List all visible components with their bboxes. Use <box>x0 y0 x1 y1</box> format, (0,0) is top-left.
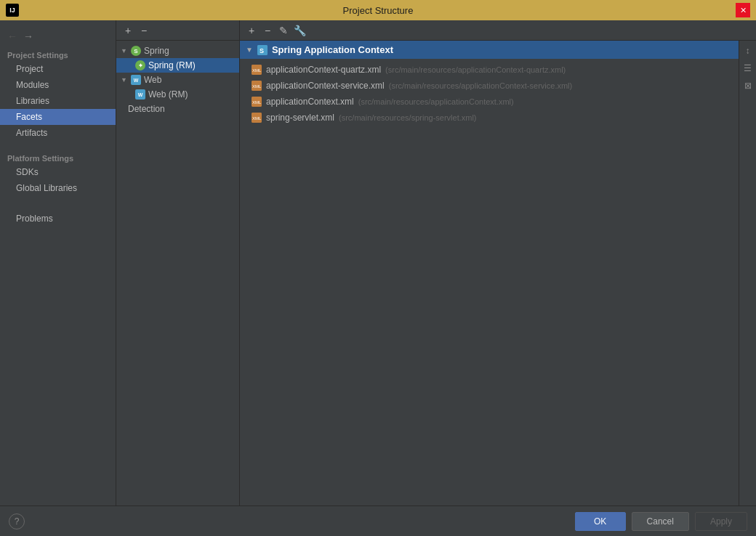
context-spring-icon: S <box>257 45 268 55</box>
bottom-bar: ? OK Cancel Apply <box>0 505 756 536</box>
filter-action-button[interactable]: ⊠ <box>741 78 755 93</box>
right-panel-inner: ▼ S Spring Application Context <box>240 41 756 505</box>
xml-file-icon-3: XML <box>252 113 262 123</box>
filter-icon: ⊠ <box>744 81 752 91</box>
facets-tree: ▼ S Spring ✦ Spring (RM) ▼ W Web W Web (… <box>116 41 239 505</box>
file-name-0: applicationContext-quartz.xml <box>266 65 381 75</box>
spring-expand-arrow: ▼ <box>121 47 128 54</box>
spring-rm-icon: ✦ <box>135 60 145 70</box>
context-expand-arrow: ▼ <box>246 46 253 54</box>
detection-item[interactable]: Detection <box>116 102 239 116</box>
file-item-1[interactable]: XML applicationContext-service.xml (src/… <box>240 78 739 94</box>
detection-label: Detection <box>128 104 165 114</box>
tree-item-spring-rm[interactable]: ✦ Spring (RM) <box>116 58 239 73</box>
file-item-0[interactable]: XML applicationContext-quartz.xml (src/m… <box>240 62 739 78</box>
add-context-button[interactable]: + <box>244 23 259 38</box>
sort-icon: ↕ <box>746 46 750 56</box>
content-area: ← → Project Settings Project Modules Lib… <box>0 20 756 505</box>
bottom-left: ? <box>9 513 25 529</box>
file-path-1: (src/main/resources/applicationContext-s… <box>389 81 572 90</box>
context-header: ▼ S Spring Application Context <box>240 41 739 59</box>
spring-group-icon: S <box>131 46 141 56</box>
tree-group-web[interactable]: ▼ W Web <box>116 73 239 87</box>
xml-file-icon-2: XML <box>252 97 262 107</box>
svg-text:XML: XML <box>252 116 262 121</box>
main-container: ← → Project Settings Project Modules Lib… <box>0 20 756 536</box>
svg-text:XML: XML <box>252 100 262 105</box>
sidebar-item-global-libraries[interactable]: Global Libraries <box>0 180 116 196</box>
minus-icon: − <box>141 25 147 36</box>
file-name-1: applicationContext-service.xml <box>266 81 385 91</box>
web-group-label: Web <box>144 75 161 85</box>
help-button[interactable]: ? <box>9 513 25 529</box>
remove-context-button[interactable]: − <box>260 23 275 38</box>
spring-group-label: Spring <box>144 46 169 56</box>
cancel-button[interactable]: Cancel <box>632 512 689 531</box>
nav-forward-button[interactable]: → <box>22 29 35 44</box>
file-name-2: applicationContext.xml <box>266 97 354 107</box>
options-action-button[interactable]: ☰ <box>741 61 755 76</box>
file-item-3[interactable]: XML spring-servlet.xml (src/main/resourc… <box>240 110 739 126</box>
edit-icon: ✎ <box>279 25 288 36</box>
right-toolbar-left: + − ✎ 🔧 <box>244 23 307 38</box>
close-button[interactable]: ✕ <box>736 3 750 17</box>
file-path-2: (src/main/resources/applicationContext.x… <box>358 97 514 106</box>
xml-file-icon-0: XML <box>252 65 262 75</box>
file-item-2[interactable]: XML applicationContext.xml (src/main/res… <box>240 94 739 110</box>
context-files: XML applicationContext-quartz.xml (src/m… <box>240 59 739 129</box>
sidebar-item-problems[interactable]: Problems <box>0 211 116 227</box>
spring-rm-label: Spring (RM) <box>148 60 196 70</box>
right-actions: ↕ ☰ ⊠ <box>739 41 756 505</box>
web-rm-icon: W <box>135 89 145 100</box>
remove-facet-button[interactable]: − <box>137 23 151 38</box>
nav-arrows: ← → <box>0 26 116 46</box>
right-content: ▼ S Spring Application Context <box>240 41 739 505</box>
tree-item-web-rm[interactable]: W Web (RM) <box>116 87 239 102</box>
platform-settings-label: Platform Settings <box>0 150 116 164</box>
web-expand-arrow: ▼ <box>121 76 128 84</box>
sort-action-button[interactable]: ↕ <box>741 44 755 58</box>
sidebar-item-facets[interactable]: Facets <box>0 109 116 125</box>
svg-text:XML: XML <box>252 84 262 89</box>
sidebar-item-project[interactable]: Project <box>0 61 116 77</box>
xml-file-icon-1: XML <box>252 81 262 91</box>
middle-panel: + − ▼ S Spring ✦ Spring (RM) <box>116 20 240 505</box>
ok-button[interactable]: OK <box>575 512 626 531</box>
window-title: Project Structure <box>343 5 414 16</box>
wrench-button[interactable]: 🔧 <box>292 23 307 38</box>
tree-group-spring[interactable]: ▼ S Spring <box>116 44 239 58</box>
file-name-3: spring-servlet.xml <box>266 113 334 123</box>
web-rm-label: Web (RM) <box>148 89 188 100</box>
remove-context-icon: − <box>265 25 270 36</box>
nav-back-button[interactable]: ← <box>6 29 19 44</box>
bottom-right: OK Cancel Apply <box>575 512 747 531</box>
title-bar: IJ Project Structure ✕ <box>0 0 756 20</box>
sidebar-item-libraries[interactable]: Libraries <box>0 93 116 109</box>
title-bar-left: IJ <box>6 4 19 17</box>
right-panel: + − ✎ 🔧 ▼ <box>240 20 756 505</box>
svg-text:S: S <box>260 47 264 54</box>
apply-button[interactable]: Apply <box>695 512 747 531</box>
svg-text:XML: XML <box>252 68 262 73</box>
project-settings-label: Project Settings <box>0 46 116 61</box>
sidebar-item-modules[interactable]: Modules <box>0 77 116 93</box>
edit-context-button[interactable]: ✎ <box>276 23 291 38</box>
add-icon: + <box>125 25 131 36</box>
sidebar: ← → Project Settings Project Modules Lib… <box>0 20 116 505</box>
wrench-icon: 🔧 <box>294 25 306 36</box>
context-title: Spring Application Context <box>272 44 393 55</box>
add-context-icon: + <box>249 25 254 36</box>
file-path-0: (src/main/resources/applicationContext-q… <box>385 65 566 74</box>
middle-toolbar: + − <box>116 20 239 41</box>
sidebar-item-sdks[interactable]: SDKs <box>0 164 116 180</box>
right-toolbar: + − ✎ 🔧 <box>240 20 756 41</box>
sidebar-item-artifacts[interactable]: Artifacts <box>0 125 116 141</box>
app-logo: IJ <box>6 4 19 17</box>
web-group-icon: W <box>131 75 141 85</box>
options-icon: ☰ <box>744 63 752 73</box>
add-facet-button[interactable]: + <box>121 23 135 38</box>
file-path-3: (src/main/resources/spring-servlet.xml) <box>339 113 476 122</box>
